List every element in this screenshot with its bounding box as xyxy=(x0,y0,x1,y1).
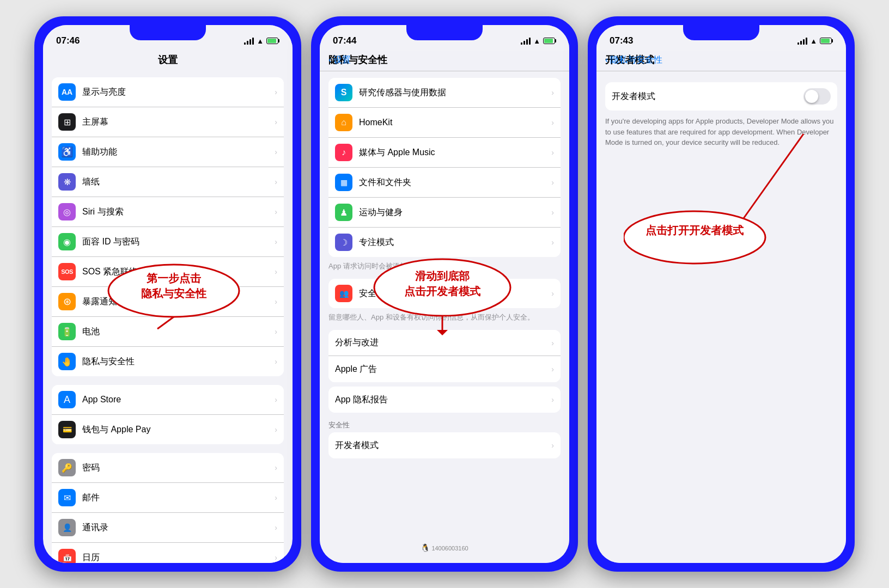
privacy-icon: 🤚 xyxy=(58,353,76,370)
wallet-icon: 💳 xyxy=(58,421,76,438)
analytics-item[interactable]: 分析与改进 › xyxy=(328,330,561,356)
status-icons-1: ▲ xyxy=(244,37,279,45)
developer-settings-group: 开发者模式 xyxy=(605,82,837,111)
chevron-icon: › xyxy=(275,523,277,532)
chevron-icon: › xyxy=(551,118,554,127)
sensor-icon: S xyxy=(335,84,352,101)
status-time-2: 07:44 xyxy=(333,35,356,46)
media-label: 媒体与 Apple Music xyxy=(359,147,551,158)
files-icon: ▦ xyxy=(335,174,352,191)
nav-bar-3: ‹ 隐私与安全性 开发者模式 xyxy=(596,51,846,71)
chevron-icon: › xyxy=(275,148,277,156)
phone-1-screen: 07:46 ▲ 设置 xyxy=(43,25,293,563)
dev-description-container: If you're developing apps for Apple prod… xyxy=(596,111,846,154)
safety-check-item[interactable]: 👥 安全检查 › xyxy=(328,279,561,308)
back-button-2[interactable]: ‹ 设置 xyxy=(328,54,351,66)
list-item[interactable]: ⊞ 主屏幕 › xyxy=(52,107,284,137)
sos-icon: SOS xyxy=(58,263,76,280)
chevron-icon: › xyxy=(551,238,554,247)
scroll-content-2[interactable]: S 研究传感器与使用数据 › ⌂ HomeKit › ♪ 媒体与 Apple M… xyxy=(320,71,569,563)
motion-icon: ♟ xyxy=(335,204,352,221)
developer-mode-group: 开发者模式 › xyxy=(328,432,561,458)
list-item[interactable]: ⊛ 暴露通知 › xyxy=(52,287,284,317)
battery-icon-1 xyxy=(266,38,279,44)
privacy-report-group: App 隐私报告 › xyxy=(328,387,561,413)
list-item[interactable]: ♟ 运动与健身 › xyxy=(328,198,561,228)
nav-bar-2: ‹ 设置 隐私与安全性 xyxy=(320,51,569,71)
privacy-security-item[interactable]: 🤚 隐私与安全性 › xyxy=(52,347,284,376)
list-item[interactable]: ▦ 文件和文件夹 › xyxy=(328,168,561,198)
list-item[interactable]: AA 显示与亮度 › xyxy=(52,77,284,107)
safety-label: 安全检查 xyxy=(359,288,551,299)
appstore-icon: A xyxy=(58,391,76,408)
chevron-icon: › xyxy=(551,441,554,450)
phone-2-screen: 07:44 ▲ ‹ 设置 隐私与安全性 xyxy=(320,25,569,563)
privacy-report-item[interactable]: App 隐私报告 › xyxy=(328,387,561,413)
phone-1: 07:46 ▲ 设置 xyxy=(34,16,301,572)
scroll-content-1[interactable]: AA 显示与亮度 › ⊞ 主屏幕 › ♿ 辅助功能 › ❋ 墙纸 › xyxy=(43,71,293,563)
calendar-label: 日历 xyxy=(82,552,275,564)
siri-icon: ◎ xyxy=(58,203,76,220)
chevron-icon: › xyxy=(275,327,277,336)
passwords-icon: 🔑 xyxy=(58,459,76,476)
sensor-label: 研究传感器与使用数据 xyxy=(359,87,551,99)
apple-ads-item[interactable]: Apple 广告 › xyxy=(328,356,561,382)
passwords-label: 密码 xyxy=(82,462,275,474)
chevron-icon: › xyxy=(275,267,277,276)
back-chevron-icon: ‹ xyxy=(328,55,331,65)
appstore-item[interactable]: A App Store › xyxy=(52,385,284,415)
calendar-icon: 📅 xyxy=(58,549,76,563)
developer-mode-toggle-item[interactable]: 开发者模式 xyxy=(605,82,837,111)
files-label: 文件和文件夹 xyxy=(359,177,551,188)
chevron-icon: › xyxy=(275,493,277,502)
privacy-group-1: S 研究传感器与使用数据 › ⌂ HomeKit › ♪ 媒体与 Apple M… xyxy=(328,78,561,257)
media-icon: ♪ xyxy=(335,144,352,161)
status-icons-3: ▲ xyxy=(797,37,833,45)
list-item[interactable]: ♪ 媒体与 Apple Music › xyxy=(328,138,561,168)
homekit-icon: ⌂ xyxy=(335,114,352,131)
analytics-group: 分析与改进 › Apple 广告 › xyxy=(328,330,561,382)
wallet-item[interactable]: 💳 钱包与 Apple Pay › xyxy=(52,415,284,444)
chevron-icon: › xyxy=(275,357,277,366)
mail-icon: ✉ xyxy=(58,489,76,506)
phone-3: 07:43 ▲ ‹ 隐私与安全性 开发者模式 xyxy=(588,16,855,572)
privacy-report-label: App 隐私报告 xyxy=(335,394,551,406)
developer-mode-item-phone2[interactable]: 开发者模式 › xyxy=(328,432,561,458)
list-item[interactable]: ⌂ HomeKit › xyxy=(328,108,561,138)
chevron-icon: › xyxy=(275,88,277,96)
list-item[interactable]: ◎ Siri 与搜索 › xyxy=(52,197,284,227)
chevron-icon: › xyxy=(551,178,554,187)
list-item[interactable]: SOS SOS 紧急联络 › xyxy=(52,257,284,287)
notch-3 xyxy=(683,25,759,40)
mail-item[interactable]: ✉ 邮件 › xyxy=(52,483,284,513)
homekit-label: HomeKit xyxy=(359,118,551,127)
developer-mode-toggle[interactable] xyxy=(803,88,831,105)
toggle-thumb xyxy=(805,90,818,103)
chevron-icon: › xyxy=(275,425,277,434)
status-time-3: 07:43 xyxy=(610,35,633,46)
chevron-icon: › xyxy=(275,118,277,126)
wifi-icon-1: ▲ xyxy=(257,37,264,45)
contacts-icon: 👤 xyxy=(58,519,76,536)
chevron-icon: › xyxy=(275,177,277,186)
app-request-sublabel: App 请求访问时会被添加到以上类别。 xyxy=(320,257,569,274)
mail-label: 邮件 xyxy=(82,492,275,504)
list-item[interactable]: 🔋 电池 › xyxy=(52,317,284,347)
list-item[interactable]: S 研究传感器与使用数据 › xyxy=(328,78,561,108)
calendar-item[interactable]: 📅 日历 › xyxy=(52,543,284,563)
contacts-item[interactable]: 👤 通讯录 › xyxy=(52,513,284,543)
passwords-item[interactable]: 🔑 密码 › xyxy=(52,453,284,483)
back-button-3[interactable]: ‹ 隐私与安全性 xyxy=(605,54,662,66)
list-item[interactable]: ◉ 面容 ID 与密码 › xyxy=(52,227,284,257)
notch-1 xyxy=(130,25,206,40)
settings-group-apps: 🔑 密码 › ✉ 邮件 › 👤 通讯录 › 📅 日历 › xyxy=(52,453,284,563)
signal-icon-2 xyxy=(521,37,531,45)
chevron-icon: › xyxy=(551,88,554,97)
developer-mode-label-phone2: 开发者模式 xyxy=(335,440,551,451)
list-item[interactable]: ☽ 专注模式 › xyxy=(328,228,561,257)
item-label: 暴露通知 xyxy=(82,296,275,308)
developer-mode-toggle-label: 开发者模式 xyxy=(612,91,803,102)
list-item[interactable]: ❋ 墙纸 › xyxy=(52,167,284,197)
list-item[interactable]: ♿ 辅助功能 › xyxy=(52,137,284,167)
phone-3-screen: 07:43 ▲ ‹ 隐私与安全性 开发者模式 xyxy=(596,25,846,563)
